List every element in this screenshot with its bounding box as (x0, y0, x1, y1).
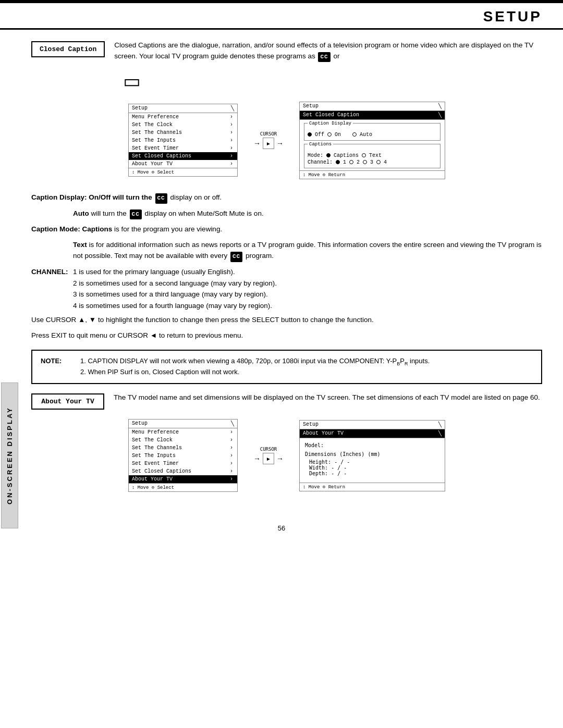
about-your-tv-label: About Your TV (31, 393, 104, 410)
arrow-1: CURSOR → ► → (253, 131, 284, 149)
left-menu-2-title: Setup ╲ (129, 419, 237, 428)
note-box: NOTE: 1. CAPTION DISPLAY will not work w… (31, 350, 542, 385)
radio-ch3-empty (363, 160, 367, 164)
channel-item-3: 3 is sometimes used for a third language… (73, 289, 277, 300)
cc-badge-4: CC (230, 252, 242, 262)
caption-display-body: Caption Display: On/Off will turn the CC… (31, 192, 542, 341)
channel-item-2: 2 is sometimes used for a second languag… (73, 278, 277, 289)
channel-section: CHANNEL: 1 is used for the primary langu… (31, 266, 542, 311)
model-row: Model: (305, 442, 439, 448)
left-menu-1-item-6: About Your TV› (129, 160, 237, 168)
cc-badge-3: CC (130, 209, 142, 220)
left-menu-2-footer: ↕ Move ⊙ Select (129, 483, 237, 491)
captions-group: Captions Mode: Captions Text Channel: 1 … (304, 144, 440, 168)
radio-off-filled (308, 132, 312, 137)
left-menu-2-item-1: Set The Clock› (129, 436, 237, 444)
arrow-line-2: → ► → (253, 453, 284, 464)
about-your-tv-text: The TV model name and set dimensions wil… (114, 392, 542, 403)
depth-row: Depth: - / - (309, 471, 439, 476)
radio-captions-filled (326, 153, 331, 157)
caption-display-options: Off On Auto (308, 132, 437, 138)
right-panel-1: Setup╲ Set Closed Caption ╲ Caption Disp… (299, 102, 445, 179)
cursor-icon-2: ► (263, 453, 274, 464)
arrow-2: CURSOR → ► → (253, 447, 284, 464)
left-menu-1-item-1: Set The Clock› (129, 121, 237, 129)
channel-item-1: 1 is used for the primary language (usua… (73, 266, 277, 278)
width-row: Width: - / - (309, 465, 439, 471)
left-menu-1-item-4: Set Event Timer› (129, 144, 237, 152)
sidebar-label-container: ON-SCREEN DISPLAY (1, 419, 18, 492)
channel-list: 1 is used for the primary language (usua… (73, 266, 277, 311)
note-items: 1. CAPTION DISPLAY will not work when vi… (80, 356, 430, 378)
diagram-about-container: ON-SCREEN DISPLAY Setup ╲ Menu Preferenc… (31, 419, 542, 492)
closed-caption-section: Closed Caption Closed Captions are the d… (31, 40, 542, 62)
right-panel-2-content: Model: Dimensions (Inches) (mm) Height: … (300, 438, 445, 480)
tv-icon-row: ▭ (123, 70, 542, 92)
right-panel-1-title-bar: Setup╲ (300, 102, 445, 111)
left-menu-1-item-2: Set The Channels› (129, 129, 237, 137)
left-menu-2-item-5: Set Closed Captions› (129, 467, 237, 475)
diagram-about: Setup ╲ Menu Preference› Set The Clock› … (31, 419, 542, 492)
left-menu-1-item-5-highlighted: Set Closed Captions› (129, 152, 237, 160)
caption-mode-paragraph: Caption Mode: Captions is for the progra… (31, 224, 542, 235)
radio-auto-empty (352, 132, 357, 137)
exit-instruction: Press EXIT to quit menu or CURSOR ◄ to r… (31, 330, 542, 341)
text-mode-paragraph: Text is for additional information such … (73, 239, 542, 262)
captions-channel-row: Channel: 1 2 3 4 (308, 159, 437, 165)
cursor-label-1: CURSOR (260, 131, 277, 137)
closed-caption-label: Closed Caption (31, 41, 105, 57)
right-panel-1-footer: ↕ Move ⊙ Return (300, 170, 445, 179)
closed-caption-intro: Closed Captions are the dialogue, narrat… (114, 40, 542, 62)
left-menu-2-item-4: Set Event Timer› (129, 460, 237, 467)
caption-display-paragraph: Caption Display: On/Off will turn the CC… (31, 192, 542, 204)
channel-label: CHANNEL: (31, 266, 73, 311)
radio-on-empty (327, 132, 332, 137)
dimensions-values: Height: - / - Width: - / - Depth: (309, 459, 439, 476)
left-menu-2-item-3: Set The Inputs› (129, 452, 237, 460)
diagram-cc: Setup ╲ Menu Preference› Set The Clock› … (31, 102, 542, 179)
right-panel-2-setup-title: Setup╲ (300, 421, 445, 429)
cursor-instruction: Use CURSOR ▲, ▼ to highlight the functio… (31, 314, 542, 326)
tv-icon: ▭ (123, 70, 141, 92)
radio-ch1-filled (336, 160, 340, 164)
left-menu-1-item-3: Set The Inputs› (129, 137, 237, 144)
right-panel-2-footer: ↕ Move ⊙ Return (300, 483, 445, 491)
note-label: NOTE: (41, 356, 72, 378)
cc-badge-1: CC (318, 52, 330, 62)
left-menu-2-item-2: Set The Channels› (129, 444, 237, 452)
cc-badge-2: CC (155, 193, 167, 204)
left-menu-1-item-0: Menu Preference› (129, 113, 237, 121)
sidebar-label: ON-SCREEN DISPLAY (1, 382, 18, 528)
note-inner: NOTE: 1. CAPTION DISPLAY will not work w… (41, 356, 533, 378)
about-your-tv-section: About Your TV The TV model name and set … (31, 392, 542, 410)
radio-ch4-empty (376, 160, 381, 164)
left-menu-1-title: Setup ╲ (129, 104, 237, 113)
left-menu-2: Setup ╲ Menu Preference› Set The Clock› … (128, 419, 238, 492)
channel-item-4: 4 is sometimes used for a fourth languag… (73, 300, 277, 312)
note-item-1: 1. CAPTION DISPLAY will not work when vi… (80, 356, 430, 367)
cursor-label-2: CURSOR (260, 447, 277, 452)
arrow-line-1: → ► → (253, 138, 284, 149)
right-panel-2: Setup╲ About Your TV ╲ Model: Dimensions… (299, 420, 445, 491)
auto-paragraph: Auto will turn the CC display on when Mu… (73, 208, 542, 220)
page-number: 56 (0, 519, 563, 540)
captions-group-title: Captions (308, 142, 333, 147)
captions-mode-row: Mode: Captions Text (308, 153, 437, 158)
note-item-2: 2. When PIP Surf is on, Closed Caption w… (80, 367, 430, 378)
right-panel-1-title: Set Closed Caption ╲ (300, 111, 445, 120)
cursor-icon-1: ► (263, 138, 274, 149)
caption-display-group: Caption Display Off On Auto (304, 123, 440, 141)
page-title: SETUP (0, 3, 563, 30)
right-panel-2-title: About Your TV ╲ (300, 429, 445, 438)
left-menu-2-item-0: Menu Preference› (129, 428, 237, 436)
radio-ch2-empty (349, 160, 353, 164)
dimensions-row: Dimensions (Inches) (mm) (305, 451, 439, 457)
caption-display-group-title: Caption Display (308, 121, 353, 126)
radio-text-empty (362, 153, 366, 157)
left-menu-1-footer: ↕ Move ⊙ Select (129, 168, 237, 176)
height-row: Height: - / - (309, 459, 439, 465)
left-menu-1: Setup ╲ Menu Preference› Set The Clock› … (128, 104, 238, 177)
left-menu-2-item-6-highlighted: About Your TV› (129, 475, 237, 483)
